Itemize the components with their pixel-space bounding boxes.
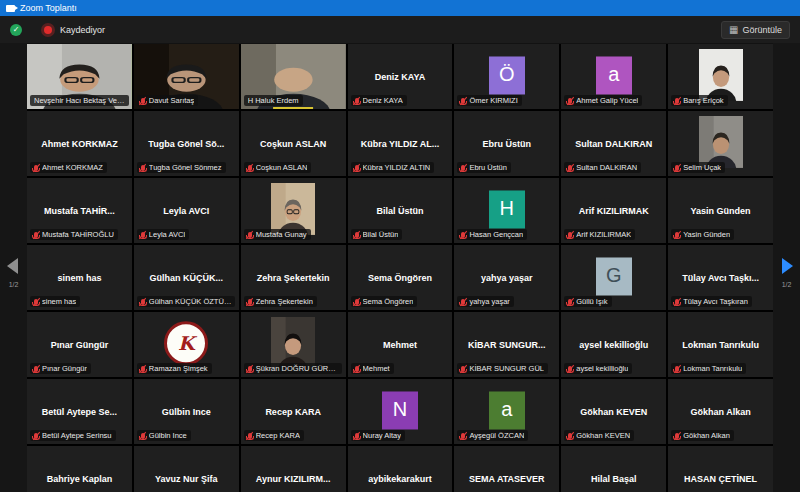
participant-grid: Nevşehir Hacı Bektaş Veli Üniversi... Da… bbox=[27, 44, 773, 492]
participant-tile[interactable]: Betül Aytepe Se... Betül Aytepe Serinsu bbox=[27, 379, 132, 444]
name-label: Hasan Gençcan bbox=[457, 229, 527, 240]
participant-tile[interactable]: G Güllü Işık bbox=[561, 245, 666, 310]
participant-tile[interactable]: Zehra Şekertekin Zehra Şekertekin bbox=[241, 245, 346, 310]
participant-tile[interactable]: Kübra YILDIZ AL... Kübra YILDIZ ALTIN bbox=[348, 111, 453, 176]
participant-tile[interactable]: HASAN ÇETİNEL HASAN ÇETİNEL bbox=[668, 446, 773, 492]
encryption-check-icon[interactable]: ✓ bbox=[10, 24, 22, 36]
name-label: Leyla AVCI bbox=[137, 229, 190, 240]
participant-tile[interactable]: H Hasan Gençcan bbox=[454, 178, 559, 243]
grid-view-icon: ▦ bbox=[729, 25, 738, 35]
participant-tile[interactable]: Arif KIZILIRMAK Arif KIZILIRMAK bbox=[561, 178, 666, 243]
prev-page-arrow-icon[interactable] bbox=[7, 258, 18, 274]
name-label-text: Barış Eriçok bbox=[683, 96, 723, 105]
participant-tile[interactable]: Ebru Üstün Ebru Üstün bbox=[454, 111, 559, 176]
participant-tile[interactable]: Tugba Gönel Sö... Tugba Gönel Sönmez bbox=[134, 111, 239, 176]
participant-tile[interactable]: Tülay Avcı Taşkı... Tülay Avcı Taşkıran bbox=[668, 245, 773, 310]
muted-mic-icon bbox=[568, 98, 572, 104]
participant-tile[interactable]: Pınar Güngür Pınar Güngür bbox=[27, 312, 132, 377]
participant-tile[interactable]: Davut Sarıtaş bbox=[134, 44, 239, 109]
muted-mic-icon bbox=[355, 299, 359, 305]
name-label: aysel kekillioğlu bbox=[564, 363, 632, 374]
name-label: Gökhan KEVEN bbox=[564, 430, 634, 441]
participant-tile[interactable]: Sema Öngören Sema Öngören bbox=[348, 245, 453, 310]
view-button[interactable]: ▦ Görüntüle bbox=[721, 21, 790, 39]
muted-mic-icon bbox=[248, 366, 252, 372]
participant-tile[interactable]: Yasin Günden Yasin Günden bbox=[668, 178, 773, 243]
name-label-text: aysel kekillioğlu bbox=[576, 364, 628, 373]
muted-mic-icon bbox=[355, 165, 359, 171]
participant-tile[interactable]: Bahriye Kaplan Bahriye Kaplan bbox=[27, 446, 132, 492]
participant-tile[interactable]: Sultan DALKIRAN Sultan DALKIRAN bbox=[561, 111, 666, 176]
participant-tile[interactable]: Gökhan KEVEN Gökhan KEVEN bbox=[561, 379, 666, 444]
name-label-text: Ahmet Galip Yücel bbox=[576, 96, 638, 105]
participant-photo bbox=[699, 115, 743, 167]
participant-tile[interactable]: a Ayşegül ÖZCAN bbox=[454, 379, 559, 444]
participant-tile[interactable]: Selim Uçak bbox=[668, 111, 773, 176]
muted-mic-icon bbox=[248, 299, 252, 305]
participant-tile[interactable]: Bilal Üstün Bilal Üstün bbox=[348, 178, 453, 243]
participant-tile[interactable]: Coşkun ASLAN Coşkun ASLAN bbox=[241, 111, 346, 176]
window-title: Zoom Toplantı bbox=[20, 3, 77, 13]
participant-tile[interactable]: Nevşehir Hacı Bektaş Veli Üniversi... bbox=[27, 44, 132, 109]
muted-mic-icon bbox=[141, 299, 145, 305]
participant-tile[interactable]: sinem has sinem has bbox=[27, 245, 132, 310]
name-label-text: Pınar Güngür bbox=[42, 364, 87, 373]
muted-mic-icon bbox=[675, 299, 679, 305]
participant-tile[interactable]: Mehmet Mehmet bbox=[348, 312, 453, 377]
name-label-text: H Haluk Erdem bbox=[248, 96, 299, 105]
participant-tile[interactable]: Lokman Tanrıkulu Lokman Tanrıkulu bbox=[668, 312, 773, 377]
prev-page-gutter: 1/2 bbox=[0, 43, 27, 492]
participant-tile[interactable]: Şükran DOĞRU GÜRPINAR bbox=[241, 312, 346, 377]
participant-tile[interactable]: SEMA ATASEVER SEMA ATASEVER bbox=[454, 446, 559, 492]
participant-tile[interactable]: a Ahmet Galip Yücel bbox=[561, 44, 666, 109]
participant-logo: K bbox=[164, 321, 208, 365]
recording-dot-icon[interactable] bbox=[44, 26, 52, 34]
participant-tile[interactable]: Aynur KIZILIRM... Aynur KIZILIRMAK bbox=[241, 446, 346, 492]
participant-tile[interactable]: Leyla AVCI Leyla AVCI bbox=[134, 178, 239, 243]
participant-tile[interactable]: Barış Eriçok bbox=[668, 44, 773, 109]
name-label: Arif KIZILIRMAK bbox=[564, 229, 635, 240]
muted-mic-icon bbox=[675, 366, 679, 372]
participant-tile[interactable]: H Haluk Erdem bbox=[241, 44, 346, 109]
participant-tile[interactable]: Recep KARA Recep KARA bbox=[241, 379, 346, 444]
participant-avatar: a bbox=[596, 56, 632, 94]
muted-mic-icon bbox=[141, 165, 145, 171]
name-label-text: KİBAR SUNGUR GÜL bbox=[469, 364, 544, 373]
participant-tile[interactable]: N Nuray Altay bbox=[348, 379, 453, 444]
participant-tile[interactable]: aysel kekillioğlu aysel kekillioğlu bbox=[561, 312, 666, 377]
next-page-arrow-icon[interactable] bbox=[782, 258, 793, 274]
participant-tile[interactable]: Gökhan Alkan Gökhan Alkan bbox=[668, 379, 773, 444]
participant-tile[interactable]: Ahmet KORKMAZ Ahmet KORKMAZ bbox=[27, 111, 132, 176]
name-label: Davut Sarıtaş bbox=[137, 95, 198, 106]
muted-mic-icon bbox=[568, 433, 572, 439]
name-label: Selim Uçak bbox=[671, 162, 725, 173]
name-label-text: Gülbin Ince bbox=[149, 431, 187, 440]
muted-mic-icon bbox=[675, 165, 679, 171]
participant-display-name: SEMA ATASEVER bbox=[454, 446, 559, 492]
participant-tile[interactable]: aybikekarakurt aybikekarakurt bbox=[348, 446, 453, 492]
name-label: Gökhan Alkan bbox=[671, 430, 734, 441]
participant-tile[interactable]: K Ramazan Şimşek bbox=[134, 312, 239, 377]
participant-tile[interactable]: Hilal Başal Hilal Başal bbox=[561, 446, 666, 492]
participant-tile[interactable]: Mustafa TAHİR... Mustafa TAHİROĞLU bbox=[27, 178, 132, 243]
page-indicator-left: 1/2 bbox=[0, 281, 27, 288]
participant-tile[interactable]: Mustafa Gunay bbox=[241, 178, 346, 243]
participant-tile[interactable]: Deniz KAYA Deniz KAYA bbox=[348, 44, 453, 109]
name-label-text: Yasin Günden bbox=[683, 230, 730, 239]
participant-tile[interactable]: yahya yaşar yahya yaşar bbox=[454, 245, 559, 310]
name-label-text: Leyla AVCI bbox=[149, 230, 186, 239]
muted-mic-icon bbox=[461, 165, 465, 171]
participant-tile[interactable]: Ö Ömer KIRMIZI bbox=[454, 44, 559, 109]
name-label: Tülay Avcı Taşkıran bbox=[671, 296, 752, 307]
name-label-text: Nevşehir Hacı Bektaş Veli Üniversi... bbox=[34, 96, 125, 105]
participant-display-name: Hilal Başal bbox=[561, 446, 666, 492]
participant-tile[interactable]: Yavuz Nur Şifa Yavuz Nur Şifa bbox=[134, 446, 239, 492]
name-label: Ayşegül ÖZCAN bbox=[457, 430, 528, 441]
name-label-text: Nuray Altay bbox=[363, 431, 401, 440]
name-label-text: Ahmet KORKMAZ bbox=[42, 163, 103, 172]
participant-tile[interactable]: Gülhan KÜÇÜK... Gülhan KÜÇÜK ÖZTÜRK bbox=[134, 245, 239, 310]
participant-tile[interactable]: KİBAR SUNGUR... KİBAR SUNGUR GÜL bbox=[454, 312, 559, 377]
participant-tile[interactable]: Gülbin Ince Gülbin Ince bbox=[134, 379, 239, 444]
name-label: Kübra YILDIZ ALTIN bbox=[351, 162, 435, 173]
next-page-gutter: 1/2 bbox=[773, 43, 800, 492]
